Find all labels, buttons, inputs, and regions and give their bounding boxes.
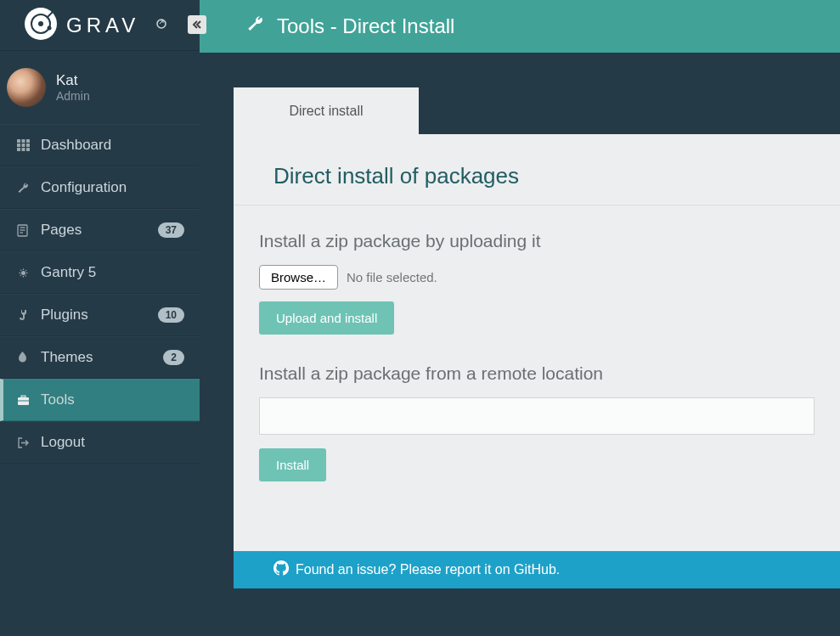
footer-notice-text: Found an issue? Please report it on GitH…: [296, 562, 560, 577]
remote-section-title: Install a zip package from a remote loca…: [259, 363, 815, 384]
briefcase-icon: [17, 395, 41, 406]
user-name: Kat: [56, 72, 90, 89]
sidebar-item-tools[interactable]: Tools: [0, 379, 200, 421]
external-link-icon[interactable]: [156, 19, 166, 31]
avatar: [7, 68, 46, 107]
upload-section-title: Install a zip package by uploading it: [259, 231, 815, 251]
sidebar-item-logout[interactable]: Logout: [0, 421, 200, 464]
svg-rect-14: [26, 148, 30, 151]
svg-rect-8: [26, 139, 30, 143]
logout-icon: [17, 437, 41, 448]
sidebar-collapse-button[interactable]: [188, 15, 206, 34]
browse-button[interactable]: Browse…: [259, 265, 338, 290]
sidebar-item-label: Dashboard: [41, 137, 184, 154]
svg-point-1: [38, 21, 43, 26]
tabs: Direct install: [234, 87, 840, 134]
user-info: Kat Admin: [56, 72, 90, 103]
sidebar-item-label: Tools: [41, 391, 184, 408]
grav-logo-icon: [24, 7, 58, 44]
content: Direct install Direct install of package…: [234, 87, 840, 588]
file-status: No file selected.: [347, 270, 437, 284]
badge: 2: [163, 350, 184, 365]
dashboard-icon: [17, 139, 41, 151]
user-role: Admin: [56, 89, 90, 103]
tab-direct-install[interactable]: Direct install: [234, 87, 419, 134]
svg-rect-7: [22, 139, 25, 143]
remote-url-input[interactable]: [259, 397, 815, 435]
tab-label: Direct install: [289, 104, 363, 119]
sidebar-item-label: Gantry 5: [41, 264, 184, 281]
logo-text: GRAV: [66, 14, 139, 37]
svg-point-19: [21, 271, 25, 275]
sidebar-item-label: Plugins: [41, 307, 158, 324]
github-icon: [273, 560, 289, 579]
sidebar: GRAV Kat Admin Dashboard Configuration: [0, 0, 200, 636]
wrench-icon: [246, 14, 265, 38]
page-icon: [17, 224, 41, 237]
plug-icon: [17, 309, 41, 322]
sidebar-item-themes[interactable]: Themes 2: [0, 336, 200, 379]
badge: 37: [158, 222, 184, 238]
svg-rect-11: [26, 144, 30, 147]
logo[interactable]: GRAV: [24, 7, 166, 44]
svg-point-4: [48, 25, 52, 30]
svg-rect-13: [22, 148, 25, 151]
sidebar-item-label: Pages: [41, 222, 158, 239]
badge: 10: [158, 307, 184, 323]
gantry-icon: [17, 267, 41, 279]
sidebar-item-label: Themes: [41, 349, 163, 366]
wrench-icon: [17, 182, 41, 194]
sidebar-item-label: Logout: [41, 434, 184, 451]
footer-notice[interactable]: Found an issue? Please report it on GitH…: [234, 551, 840, 588]
theme-icon: [17, 352, 41, 364]
sidebar-item-plugins[interactable]: Plugins 10: [0, 294, 200, 336]
svg-rect-21: [21, 396, 25, 397]
sidebar-item-gantry[interactable]: Gantry 5: [0, 251, 200, 294]
panel: Direct install of packages Install a zip…: [234, 134, 840, 588]
upload-section: Install a zip package by uploading it Br…: [234, 205, 840, 343]
upload-install-button[interactable]: Upload and install: [259, 301, 394, 335]
svg-rect-6: [17, 139, 20, 143]
file-input-row: Browse… No file selected.: [259, 265, 815, 290]
panel-title: Direct install of packages: [234, 134, 840, 205]
svg-rect-12: [17, 148, 20, 151]
sidebar-item-configuration[interactable]: Configuration: [0, 166, 200, 209]
page-header: Tools - Direct Install: [200, 0, 840, 53]
page-title: Tools - Direct Install: [277, 14, 454, 38]
remote-section: Install a zip package from a remote loca…: [234, 343, 840, 490]
svg-rect-10: [22, 144, 25, 147]
logo-bar: GRAV: [0, 0, 200, 51]
svg-rect-9: [17, 144, 20, 147]
install-button[interactable]: Install: [259, 448, 326, 481]
sidebar-item-pages[interactable]: Pages 37: [0, 209, 200, 251]
main: Tools - Direct Install Direct install Di…: [200, 0, 840, 636]
sidebar-item-label: Configuration: [41, 179, 184, 196]
sidebar-item-dashboard[interactable]: Dashboard: [0, 124, 200, 166]
user-block[interactable]: Kat Admin: [0, 51, 200, 124]
nav: Dashboard Configuration Pages 37 Gantry …: [0, 124, 200, 464]
